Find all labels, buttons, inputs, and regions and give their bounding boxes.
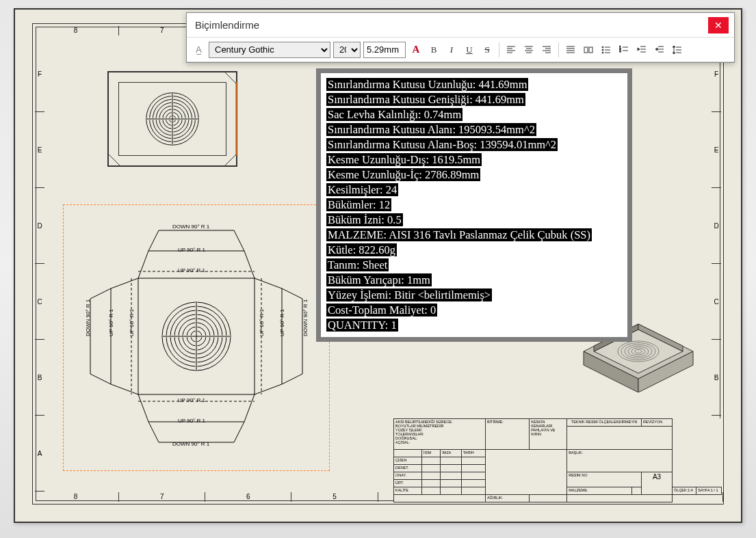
vent-spiral-icon bbox=[143, 90, 202, 148]
bend-label: DOWN 90° R 1 bbox=[85, 299, 91, 336]
svg-point-59 bbox=[602, 46, 603, 48]
flat-pattern-view[interactable]: DOWN 90° R 1 UP 90° R 1 UP 90° R 1 UP 90… bbox=[63, 204, 330, 471]
svg-marker-82 bbox=[673, 53, 675, 54]
close-button[interactable]: ✕ bbox=[708, 17, 729, 33]
svg-point-1 bbox=[150, 96, 196, 142]
svg-point-0 bbox=[146, 93, 198, 145]
formatting-dialog[interactable]: Biçimlendirme ✕ A̲ Century Gothic 20 A B… bbox=[186, 12, 735, 63]
note-line[interactable]: Yüzey İşlemi: Bitir <belirtilmemiş> bbox=[326, 288, 492, 301]
formatting-toolbar: A̲ Century Gothic 20 A B I U S 12 bbox=[187, 38, 734, 62]
font-size-select[interactable]: 20 bbox=[333, 42, 361, 58]
svg-point-2 bbox=[153, 99, 192, 138]
strike-button[interactable]: S bbox=[480, 42, 495, 57]
dialog-titlebar[interactable]: Biçimlendirme ✕ bbox=[187, 13, 734, 38]
top-view[interactable] bbox=[107, 71, 237, 167]
justify-button[interactable] bbox=[563, 42, 578, 57]
bend-label: DOWN 90° R 1 bbox=[172, 441, 209, 447]
fit-text-button[interactable] bbox=[581, 42, 596, 57]
underline-button[interactable]: U bbox=[462, 42, 477, 57]
note-line[interactable]: Bükümler: 12 bbox=[326, 198, 391, 211]
flat-pattern-icon bbox=[83, 224, 309, 449]
note-line[interactable]: Sac Levha Kalınlığı: 0.74mm bbox=[326, 108, 462, 121]
note-line[interactable]: Kesme Uzunluğu-Dış: 1619.5mm bbox=[326, 153, 482, 166]
note-line[interactable]: QUANTITY: 1 bbox=[326, 319, 398, 332]
svg-point-4 bbox=[159, 106, 185, 132]
font-family-select[interactable]: Century Gothic bbox=[209, 42, 330, 58]
bend-label: UP 90° R 1 bbox=[279, 309, 285, 336]
svg-point-6 bbox=[166, 112, 179, 125]
svg-point-60 bbox=[602, 49, 603, 51]
align-center-button[interactable] bbox=[521, 42, 536, 57]
indent-button[interactable] bbox=[652, 42, 667, 57]
svg-marker-72 bbox=[638, 48, 640, 51]
svg-marker-81 bbox=[673, 46, 675, 47]
svg-point-61 bbox=[602, 52, 603, 53]
italic-button[interactable]: I bbox=[444, 42, 459, 57]
property-note[interactable]: Sınırlandırma Kutusu Uzunluğu: 441.69mm … bbox=[316, 68, 632, 342]
bold-button[interactable]: B bbox=[426, 42, 441, 57]
svg-point-3 bbox=[156, 103, 189, 135]
note-line[interactable]: Sınırlandırma Kutusu Alanı-Boş: 139594.0… bbox=[326, 138, 558, 151]
svg-marker-76 bbox=[655, 48, 657, 51]
bend-label: DOWN 90° R 1 bbox=[172, 224, 209, 230]
svg-rect-58 bbox=[589, 47, 592, 53]
font-dialog-icon[interactable]: A̲ bbox=[191, 42, 206, 57]
note-line[interactable]: Sınırlandırma Kutusu Uzunluğu: 441.69mm bbox=[326, 78, 528, 91]
dialog-title: Biçimlendirme bbox=[195, 19, 259, 31]
note-line[interactable]: Büküm İzni: 0.5 bbox=[326, 213, 403, 226]
number-list-button[interactable]: 12 bbox=[616, 42, 631, 57]
bend-label: UP 90° R 1 bbox=[178, 247, 205, 253]
bend-label: UP 90° R 1 bbox=[259, 309, 265, 336]
bullet-list-button[interactable] bbox=[599, 42, 614, 57]
bend-label: UP 90° R 1 bbox=[129, 309, 135, 336]
svg-point-7 bbox=[169, 116, 176, 122]
note-line[interactable]: Tanım: Sheet bbox=[326, 258, 389, 271]
bend-label: UP 90° R 1 bbox=[178, 418, 205, 424]
align-right-button[interactable] bbox=[539, 42, 554, 57]
note-line[interactable]: Kesme Uzunluğu-İç: 2786.89mm bbox=[326, 168, 480, 181]
outdent-button[interactable] bbox=[634, 42, 649, 57]
note-line[interactable]: Sınırlandırma Kutusu Alanı: 195093.54mm^… bbox=[326, 123, 536, 136]
note-line[interactable]: Cost-Toplam Maliyet: 0 bbox=[326, 304, 437, 317]
bend-label: UP 90° R 1 bbox=[178, 397, 205, 403]
bend-label: DOWN 90° R 1 bbox=[302, 299, 309, 336]
svg-text:2: 2 bbox=[619, 49, 621, 53]
svg-point-5 bbox=[163, 109, 183, 129]
bend-label: UP 90° R 1 bbox=[178, 267, 205, 273]
note-line[interactable]: Büküm Yarıçapı: 1mm bbox=[326, 273, 432, 286]
note-line[interactable]: MALZEME: AISI 316 Tavlı Paslanmaz Çelik … bbox=[326, 228, 592, 241]
text-color-button[interactable]: A bbox=[408, 42, 423, 57]
title-block[interactable]: AKSİ BELİRTİLMEDİĞİ SÜRECE: BOYUTLAR MİL… bbox=[393, 418, 722, 502]
note-line[interactable]: Kesilmişler: 24 bbox=[326, 183, 398, 196]
line-spacing-button[interactable] bbox=[670, 42, 685, 57]
align-left-button[interactable] bbox=[504, 42, 519, 57]
bend-label: UP 90° R 1 bbox=[108, 309, 114, 336]
font-height-input[interactable] bbox=[363, 42, 406, 58]
note-line[interactable]: Kütle: 822.60g bbox=[326, 243, 397, 256]
note-line[interactable]: Sınırlandırma Kutusu Genişliği: 441.69mm bbox=[326, 93, 525, 106]
svg-rect-57 bbox=[584, 47, 588, 53]
